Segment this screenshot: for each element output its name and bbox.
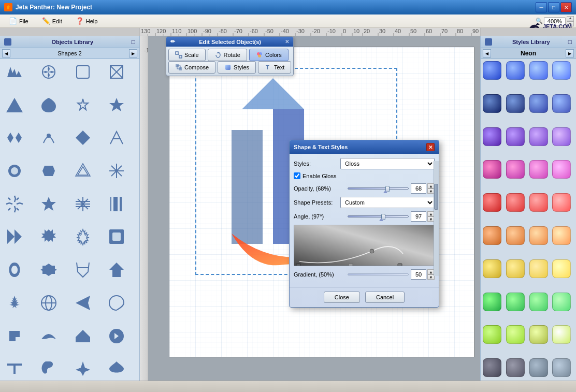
shape-item[interactable]: [36, 259, 61, 281]
menu-edit[interactable]: ✏️ Edit: [35, 15, 69, 27]
shape-item[interactable]: [2, 358, 27, 380]
style-swatch[interactable]: [529, 325, 548, 344]
shape-item[interactable]: [104, 259, 129, 281]
style-swatch[interactable]: [552, 358, 571, 377]
style-swatch[interactable]: [552, 160, 571, 179]
style-swatch[interactable]: [483, 160, 501, 179]
close-dialog-button[interactable]: Close: [324, 292, 360, 303]
style-swatch[interactable]: [529, 127, 548, 146]
style-swatch[interactable]: [506, 94, 525, 113]
menu-file[interactable]: 📄 File: [2, 15, 35, 27]
style-swatch[interactable]: [483, 325, 501, 344]
gradient-input[interactable]: 50: [411, 269, 426, 280]
minimize-button[interactable]: ─: [536, 2, 547, 12]
nav-prev-button[interactable]: ◀: [2, 49, 10, 57]
style-swatch[interactable]: [529, 293, 548, 311]
shape-item[interactable]: [36, 292, 61, 314]
style-swatch[interactable]: [506, 127, 525, 146]
shape-item[interactable]: [70, 94, 95, 116]
compose-button[interactable]: Compose: [168, 61, 215, 74]
style-swatch[interactable]: [552, 226, 571, 245]
shape-item[interactable]: [104, 94, 129, 116]
style-swatch[interactable]: [483, 293, 501, 311]
style-swatch[interactable]: [529, 358, 548, 377]
style-swatch[interactable]: [552, 293, 571, 311]
style-swatch[interactable]: [552, 127, 571, 146]
opacity-slider-track[interactable]: [348, 187, 409, 190]
zoom-in-button[interactable]: +: [567, 16, 574, 21]
shape-item[interactable]: [36, 94, 61, 116]
shape-item[interactable]: [36, 193, 61, 215]
style-swatch[interactable]: [529, 61, 548, 80]
style-swatch[interactable]: [483, 127, 501, 146]
style-swatch[interactable]: [529, 160, 548, 179]
shape-item[interactable]: [104, 292, 129, 314]
gradient-slider-track[interactable]: [348, 273, 409, 275]
shape-item[interactable]: [36, 358, 61, 380]
styles-button[interactable]: Styles: [218, 61, 256, 74]
style-swatch[interactable]: [506, 193, 525, 212]
shape-presets-select[interactable]: Custom Soft Hard: [340, 197, 435, 208]
shape-item[interactable]: [70, 160, 95, 182]
dialog-scrollbar-thumb[interactable]: [434, 184, 438, 210]
gradient-preview[interactable]: [294, 225, 435, 266]
styles-select[interactable]: Gloss Flat Metallic: [340, 158, 435, 169]
shape-item[interactable]: [2, 160, 27, 182]
shape-item[interactable]: [104, 61, 129, 83]
shape-item[interactable]: [2, 226, 27, 248]
shape-item[interactable]: [104, 325, 129, 347]
shape-item[interactable]: [104, 226, 129, 248]
style-swatch[interactable]: [506, 293, 525, 311]
style-swatch[interactable]: [529, 94, 548, 113]
shape-item[interactable]: [104, 160, 129, 182]
shape-item[interactable]: [36, 61, 61, 83]
style-swatch[interactable]: [529, 193, 548, 212]
shape-item[interactable]: [2, 325, 27, 347]
style-swatch[interactable]: [552, 259, 571, 278]
cancel-dialog-button[interactable]: Cancel: [365, 292, 405, 303]
shape-item[interactable]: [36, 226, 61, 248]
shape-item[interactable]: [104, 193, 129, 215]
rotate-button[interactable]: Rotate: [208, 49, 247, 61]
shape-item[interactable]: [70, 61, 95, 83]
style-swatch[interactable]: [552, 193, 571, 212]
shape-item[interactable]: [36, 325, 61, 347]
style-swatch[interactable]: [483, 358, 501, 377]
scale-button[interactable]: Scale: [168, 49, 206, 61]
nav-next-button[interactable]: ▶: [129, 49, 137, 57]
angle-slider-track[interactable]: [348, 215, 409, 217]
objects-library-close-icon[interactable]: □: [132, 38, 135, 46]
shape-item[interactable]: [104, 358, 129, 380]
dialog-scrollbar[interactable]: [434, 161, 439, 276]
shape-item[interactable]: [70, 259, 95, 281]
style-swatch[interactable]: [483, 193, 501, 212]
styles-nav-next-button[interactable]: ▶: [566, 49, 574, 57]
shape-item[interactable]: [70, 127, 95, 149]
style-swatch[interactable]: [506, 160, 525, 179]
shape-item[interactable]: [70, 226, 95, 248]
style-swatch[interactable]: [483, 226, 501, 245]
style-swatch[interactable]: [506, 226, 525, 245]
style-swatch[interactable]: [529, 226, 548, 245]
colors-button[interactable]: Colors: [249, 49, 289, 61]
style-swatch[interactable]: [552, 94, 571, 113]
shape-item[interactable]: [2, 127, 27, 149]
style-swatch[interactable]: [552, 61, 571, 80]
toolbar-close-icon[interactable]: ✕: [285, 39, 289, 45]
style-swatch[interactable]: [506, 325, 525, 344]
styles-nav-prev-button[interactable]: ◀: [483, 49, 491, 57]
text-button[interactable]: T Text: [258, 61, 291, 74]
shape-item[interactable]: [70, 292, 95, 314]
style-swatch[interactable]: [506, 358, 525, 377]
style-swatch[interactable]: [506, 61, 525, 80]
angle-input[interactable]: 97: [411, 211, 426, 222]
shape-item[interactable]: [36, 127, 61, 149]
shape-item[interactable]: [2, 193, 27, 215]
shape-item[interactable]: [2, 292, 27, 314]
shape-item[interactable]: [104, 127, 129, 149]
style-swatch[interactable]: [483, 61, 501, 80]
shape-item[interactable]: [2, 61, 27, 83]
style-swatch[interactable]: [552, 325, 571, 344]
close-button[interactable]: ✕: [560, 2, 572, 12]
style-swatch[interactable]: [483, 94, 501, 113]
